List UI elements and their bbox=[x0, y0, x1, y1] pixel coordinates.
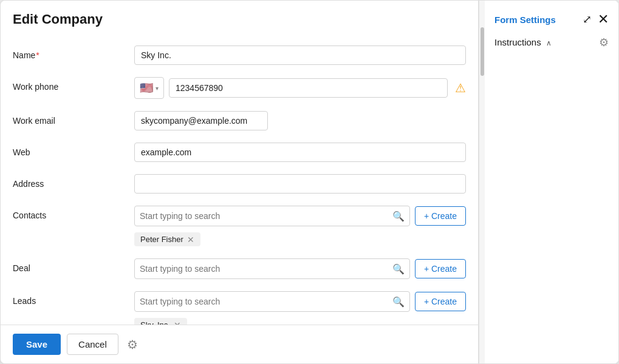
deal-search-input[interactable] bbox=[140, 259, 389, 278]
leads-search-wrap[interactable]: 🔍 bbox=[134, 291, 410, 312]
work-phone-row: Work phone 🇺🇸 ▾ ⚠ bbox=[13, 71, 466, 105]
leads-tags: Sky, Inc. ✕ bbox=[134, 315, 466, 325]
address-label: Address bbox=[13, 174, 134, 189]
lead-tag-sky-inc: Sky, Inc. ✕ bbox=[134, 318, 187, 325]
flag-emoji: 🇺🇸 bbox=[140, 81, 153, 95]
modal-footer: Save Cancel ⚙ bbox=[1, 325, 478, 363]
leads-search-input[interactable] bbox=[140, 292, 389, 311]
deal-row: Deal 🔍 + Create bbox=[13, 252, 466, 285]
leads-create-button[interactable]: + Create bbox=[415, 292, 466, 311]
contacts-search-input[interactable] bbox=[140, 206, 389, 226]
leads-row: Leads 🔍 + Create Sky, Inc. ✕ bbox=[13, 285, 466, 325]
chevron-up-icon: ∧ bbox=[546, 39, 552, 47]
instructions-gear-icon[interactable]: ⚙ bbox=[599, 36, 609, 49]
contacts-row: Contacts 🔍 + Create Peter Fisher ✕ bbox=[13, 200, 466, 252]
work-email-label: Work email bbox=[13, 111, 134, 126]
deal-label: Deal bbox=[13, 258, 134, 273]
leads-label: Leads bbox=[13, 291, 134, 306]
web-row: Web bbox=[13, 136, 466, 168]
search-icon: 🔍 bbox=[392, 211, 405, 222]
form-settings-link[interactable]: Form Settings bbox=[494, 15, 556, 25]
web-label: Web bbox=[13, 143, 134, 157]
name-input-wrap bbox=[134, 46, 466, 65]
address-row: Address bbox=[13, 168, 466, 200]
name-field-row: Name* bbox=[13, 39, 466, 71]
scrollbar-track bbox=[479, 1, 485, 363]
web-input[interactable] bbox=[134, 143, 466, 162]
close-icon[interactable]: ✕ bbox=[598, 12, 609, 27]
right-panel-header: Form Settings ⤢ ✕ bbox=[494, 12, 609, 27]
search-icon: 🔍 bbox=[392, 263, 405, 275]
work-phone-label: Work phone bbox=[13, 77, 134, 92]
search-icon: 🔍 bbox=[392, 296, 405, 308]
right-panel: Form Settings ⤢ ✕ Instructions ∧ ⚙ bbox=[485, 1, 618, 363]
work-email-input[interactable] bbox=[134, 111, 268, 130]
settings-gear-button[interactable]: ⚙ bbox=[125, 335, 140, 354]
deal-search-wrap[interactable]: 🔍 bbox=[134, 258, 410, 279]
contacts-search-wrap[interactable]: 🔍 bbox=[134, 206, 410, 226]
chevron-down-icon: ▾ bbox=[156, 85, 159, 92]
warning-icon: ⚠ bbox=[455, 81, 466, 95]
contact-tag-close-icon[interactable]: ✕ bbox=[187, 235, 194, 244]
expand-icon[interactable]: ⤢ bbox=[583, 13, 592, 26]
address-input[interactable] bbox=[134, 174, 466, 194]
name-input[interactable] bbox=[134, 46, 466, 65]
name-label: Name* bbox=[13, 46, 134, 60]
instructions-row: Instructions ∧ ⚙ bbox=[494, 36, 609, 49]
cancel-button[interactable]: Cancel bbox=[67, 334, 118, 355]
contacts-create-button[interactable]: + Create bbox=[415, 206, 466, 226]
phone-input[interactable] bbox=[169, 78, 448, 98]
page-title: Edit Company bbox=[13, 12, 103, 27]
contacts-label: Contacts bbox=[13, 206, 134, 220]
instructions-label: Instructions bbox=[494, 37, 541, 47]
scrollbar-thumb[interactable] bbox=[480, 27, 484, 76]
save-button[interactable]: Save bbox=[13, 334, 61, 355]
contact-tag-peter-fisher: Peter Fisher ✕ bbox=[134, 232, 200, 246]
work-email-row: Work email bbox=[13, 105, 466, 136]
deal-create-button[interactable]: + Create bbox=[415, 259, 466, 278]
phone-country-selector[interactable]: 🇺🇸 ▾ bbox=[134, 77, 164, 99]
contacts-tags: Peter Fisher ✕ bbox=[134, 230, 466, 246]
